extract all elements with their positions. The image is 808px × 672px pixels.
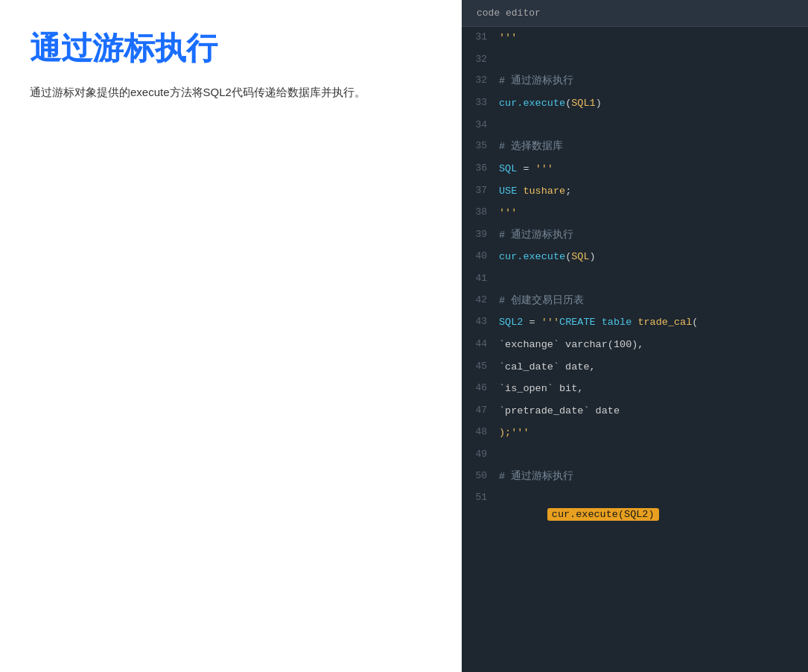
line-number: 39 — [462, 227, 499, 243]
code-line: 38 ''' — [462, 202, 808, 224]
line-content: # 通过游标执行 — [499, 73, 808, 89]
line-content: # 通过游标执行 — [499, 469, 808, 485]
editor-header: code editor — [462, 0, 808, 27]
line-number: 50 — [462, 469, 499, 484]
line-number: 37 — [462, 183, 499, 199]
line-number: 47 — [462, 403, 499, 419]
code-line: 34 — [462, 115, 808, 136]
code-line: 49 — [462, 444, 808, 466]
line-number: 45 — [462, 359, 499, 375]
code-line: 46 `is_open` bit, — [462, 378, 808, 400]
code-line: 42 # 创建交易日历表 — [462, 290, 808, 312]
line-content: # 选择数据库 — [499, 139, 808, 155]
code-line: 43 SQL2 = '''CREATE table trade_cal( — [462, 311, 808, 334]
line-content: # 通过游标执行 — [499, 227, 808, 244]
line-content: cur.execute(SQL1) — [499, 95, 808, 112]
line-number: 51 — [462, 490, 499, 506]
page-description: 通过游标对象提供的execute方法将SQL2代码传递给数据库并执行。 — [30, 82, 432, 102]
line-content: SQL = ''' — [499, 161, 808, 177]
line-number: 36 — [462, 161, 499, 177]
line-content: ''' — [499, 205, 808, 221]
line-number: 48 — [462, 425, 499, 440]
line-number: 44 — [462, 337, 499, 352]
line-number: 49 — [462, 447, 499, 463]
code-line: 48 );''' — [462, 422, 808, 444]
line-number: 40 — [462, 249, 499, 264]
highlighted-code: cur.execute(SQL2) — [547, 508, 659, 521]
code-line: 44 `exchange` varchar(100), — [462, 334, 808, 356]
code-line: 40 cur.execute(SQL) — [462, 246, 808, 268]
code-line: 41 — [462, 268, 808, 290]
line-number: 32 — [462, 52, 499, 68]
line-content: # 创建交易日历表 — [499, 293, 808, 309]
line-number: 43 — [462, 314, 499, 330]
code-line: 33 cur.execute(SQL1) — [462, 92, 808, 115]
line-number: 38 — [462, 205, 499, 221]
line-content: `exchange` varchar(100), — [499, 337, 808, 353]
line-content: cur.execute(SQL) — [499, 249, 808, 265]
line-content: cur.execute(SQL2) — [499, 490, 808, 539]
code-line: 47 `pretrade_date` date — [462, 400, 808, 422]
code-area[interactable]: 31 ''' 32 32 # 通过游标执行 33 cur.execute(SQL… — [462, 27, 808, 672]
line-number: 32 — [462, 73, 499, 89]
code-editor-panel: code editor 31 ''' 32 32 # 通过游标执行 33 cur… — [462, 0, 808, 672]
line-number: 34 — [462, 118, 499, 133]
line-number: 35 — [462, 139, 499, 154]
line-number: 46 — [462, 381, 499, 396]
line-number: 41 — [462, 271, 499, 287]
code-line: 39 # 通过游标执行 — [462, 224, 808, 247]
code-line-highlighted: 51 cur.execute(SQL2) — [462, 487, 808, 542]
left-panel: 通过游标执行 通过游标对象提供的execute方法将SQL2代码传递给数据库并执… — [0, 0, 462, 672]
line-content: ''' — [499, 30, 808, 46]
code-line: 31 ''' — [462, 27, 808, 49]
code-line: 37 USE tushare; — [462, 180, 808, 203]
line-number: 31 — [462, 30, 499, 45]
code-line: 50 # 通过游标执行 — [462, 466, 808, 488]
line-content: `cal_date` date, — [499, 359, 808, 375]
line-content: `is_open` bit, — [499, 381, 808, 397]
line-number: 42 — [462, 293, 499, 308]
line-content: USE tushare; — [499, 183, 808, 200]
code-line: 36 SQL = ''' — [462, 158, 808, 180]
line-content: `pretrade_date` date — [499, 403, 808, 419]
line-content: );''' — [499, 425, 808, 441]
line-content: SQL2 = '''CREATE table trade_cal( — [499, 314, 808, 331]
code-line: 32 — [462, 49, 808, 71]
line-number: 33 — [462, 95, 499, 111]
page-title: 通过游标执行 — [30, 30, 432, 67]
code-line: 45 `cal_date` date, — [462, 356, 808, 378]
code-line: 32 # 通过游标执行 — [462, 70, 808, 92]
code-line: 35 # 选择数据库 — [462, 136, 808, 158]
